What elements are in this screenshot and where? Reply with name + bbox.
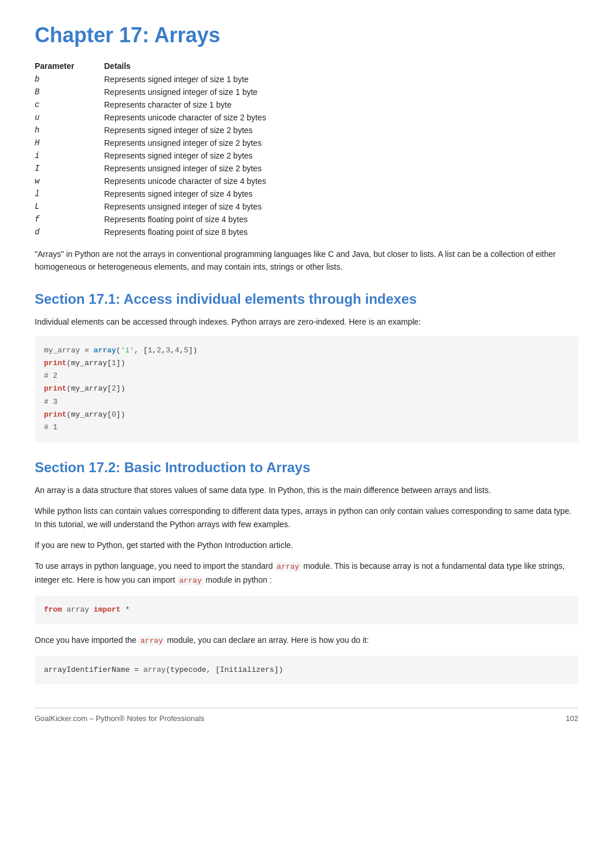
section-17-2-code-2: arrayIdentifierName = array(typecode, [I… xyxy=(35,656,578,685)
section-17-2-para-2: While python lists can contain values co… xyxy=(35,505,578,531)
table-row: dRepresents floating point of size 8 byt… xyxy=(35,226,578,238)
table-row: HRepresents unsigned integer of size 2 b… xyxy=(35,137,578,149)
section-17-2-para-5: Once you have imported the array module,… xyxy=(35,634,578,648)
section-17-1-title: Section 17.1: Access individual elements… xyxy=(35,291,578,307)
section-17-2-para-1: An array is a data structure that stores… xyxy=(35,484,578,496)
table-row: lRepresents signed integer of size 4 byt… xyxy=(35,187,578,200)
table-cell-param: L xyxy=(35,200,104,213)
table-row: fRepresents floating point of size 4 byt… xyxy=(35,213,578,226)
table-cell-detail: Represents unsigned integer of size 2 by… xyxy=(104,137,578,149)
table-cell-param: c xyxy=(35,98,104,111)
table-cell-param: u xyxy=(35,111,104,124)
inline-code-array3: array xyxy=(139,636,165,646)
table-cell-detail: Represents floating point of size 8 byte… xyxy=(104,226,578,238)
table-cell-param: i xyxy=(35,149,104,162)
table-cell-detail: Represents floating point of size 4 byte… xyxy=(104,213,578,226)
table-row: iRepresents signed integer of size 2 byt… xyxy=(35,149,578,162)
table-cell-detail: Represents signed integer of size 4 byte… xyxy=(104,187,578,200)
section-17-1-code: my_array = array('i', [1,2,3,4,5]) print… xyxy=(35,336,578,442)
table-row: LRepresents unsigned integer of size 4 b… xyxy=(35,200,578,213)
table-cell-detail: Represents unsigned integer of size 4 by… xyxy=(104,200,578,213)
table-cell-detail: Represents unicode character of size 2 b… xyxy=(104,111,578,124)
table-cell-param: b xyxy=(35,73,104,86)
table-cell-param: B xyxy=(35,86,104,98)
table-cell-detail: Represents character of size 1 byte xyxy=(104,98,578,111)
table-cell-detail: Represents unsigned integer of size 1 by… xyxy=(104,86,578,98)
table-row: hRepresents signed integer of size 2 byt… xyxy=(35,124,578,137)
section-17-1-text: Individual elements can be accessed thro… xyxy=(35,315,578,328)
table-cell-detail: Represents unsigned integer of size 2 by… xyxy=(104,162,578,175)
table-cell-param: w xyxy=(35,175,104,187)
table-cell-detail: Represents unicode character of size 4 b… xyxy=(104,175,578,187)
footer-right: 102 xyxy=(566,714,578,723)
footer-left: GoalKicker.com – Python® Notes for Profe… xyxy=(35,714,205,723)
table-cell-param: d xyxy=(35,226,104,238)
page-title: Chapter 17: Arrays xyxy=(35,23,578,47)
table-cell-param: l xyxy=(35,187,104,200)
table-row: uRepresents unicode character of size 2 … xyxy=(35,111,578,124)
table-cell-detail: Represents signed integer of size 2 byte… xyxy=(104,124,578,137)
table-row: IRepresents unsigned integer of size 2 b… xyxy=(35,162,578,175)
table-row: bRepresents signed integer of size 1 byt… xyxy=(35,73,578,86)
table-cell-param: I xyxy=(35,162,104,175)
table-cell-param: f xyxy=(35,213,104,226)
parameter-table: Parameter Details bRepresents signed int… xyxy=(35,59,578,238)
table-row: wRepresents unicode character of size 4 … xyxy=(35,175,578,187)
section-17-2-code-1: from array import * xyxy=(35,595,578,624)
table-cell-param: H xyxy=(35,137,104,149)
section-17-2-title: Section 17.2: Basic Introduction to Arra… xyxy=(35,459,578,476)
table-header-param: Parameter xyxy=(35,59,104,73)
inline-code-array2: array xyxy=(178,576,204,586)
table-header-details: Details xyxy=(104,59,578,73)
section-17-2-para-3: If you are new to Python, get started wi… xyxy=(35,539,578,551)
inline-code-array: array xyxy=(275,562,301,572)
table-cell-detail: Represents signed integer of size 2 byte… xyxy=(104,149,578,162)
table-row: BRepresents unsigned integer of size 1 b… xyxy=(35,86,578,98)
footer: GoalKicker.com – Python® Notes for Profe… xyxy=(35,708,578,723)
table-row: cRepresents character of size 1 byte xyxy=(35,98,578,111)
table-cell-detail: Represents signed integer of size 1 byte xyxy=(104,73,578,86)
table-cell-param: h xyxy=(35,124,104,137)
section-17-2-para-4: To use arrays in python language, you ne… xyxy=(35,560,578,587)
intro-paragraph: "Arrays" in Python are not the arrays in… xyxy=(35,248,578,274)
